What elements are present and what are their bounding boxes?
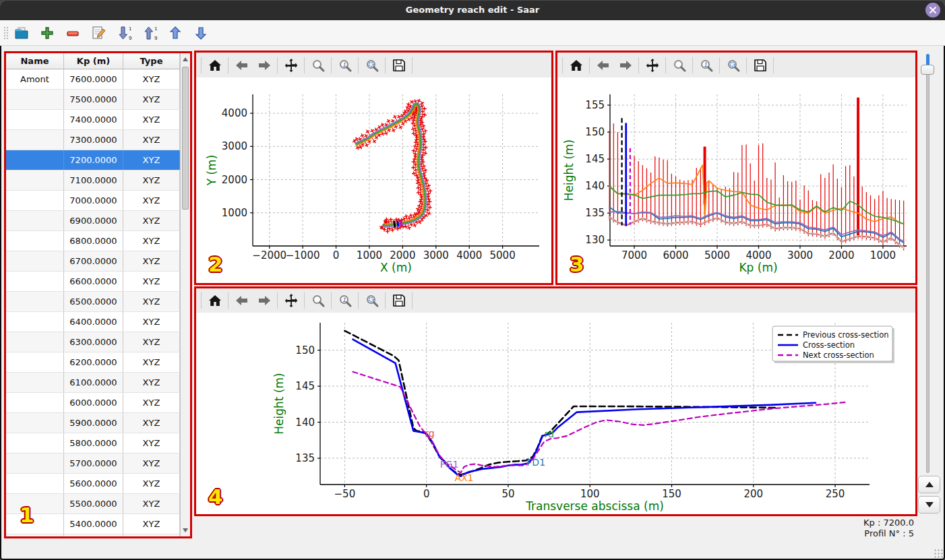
table-row[interactable]: 7400.0000XYZ (6, 110, 180, 130)
scroll-up-button[interactable] (181, 54, 190, 65)
cell-type: XYZ (123, 110, 180, 129)
table-row[interactable]: 6200.0000XYZ (6, 352, 180, 373)
pan-button[interactable] (641, 55, 663, 75)
forward-button[interactable] (614, 55, 636, 75)
cross-section-plot[interactable]: −50050100150200250135140145150Transverse… (196, 313, 915, 514)
next-profile-button[interactable] (918, 496, 940, 514)
toolbar-separator (304, 57, 305, 73)
cell-name (6, 110, 64, 129)
home-button[interactable] (204, 55, 226, 75)
table-row[interactable]: 6900.0000XYZ (6, 211, 180, 231)
pan-button[interactable] (280, 290, 302, 311)
pan-button[interactable] (280, 55, 302, 75)
table-row[interactable]: 5600.0000XYZ (6, 474, 180, 494)
zoom-area-button[interactable] (361, 55, 383, 75)
table-row[interactable]: 6400.0000XYZ (6, 312, 180, 332)
previous-profile-button[interactable] (918, 476, 940, 493)
back-button[interactable] (231, 290, 253, 311)
zoom-button[interactable] (307, 55, 329, 75)
zoom-one-button[interactable]: 1 (334, 55, 356, 75)
zoom-one-button[interactable]: 1 (334, 290, 356, 311)
table-scrollbar[interactable] (180, 53, 190, 536)
table-row[interactable]: 6100.0000XYZ (6, 373, 180, 393)
add-button[interactable] (38, 24, 57, 42)
home-button[interactable] (204, 290, 226, 311)
forward-button[interactable] (253, 55, 275, 75)
table-row[interactable]: 6000.0000XYZ (6, 393, 180, 413)
cell-name (6, 332, 64, 352)
cell-kp: 7200.0000 (64, 150, 123, 170)
profile-slider-handle[interactable] (921, 65, 934, 75)
table-row[interactable]: 5300.0000XYZ (6, 534, 180, 536)
sort-ascending-button[interactable]: 19 (140, 24, 159, 42)
cell-name (6, 231, 64, 251)
home-icon (207, 292, 223, 309)
table-row[interactable]: 7100.0000XYZ (6, 170, 180, 191)
cell-name (6, 514, 64, 534)
table-row[interactable]: 6500.0000XYZ (6, 292, 180, 312)
table-row[interactable]: 5800.0000XYZ (6, 433, 180, 454)
home-button[interactable] (565, 55, 587, 75)
svg-text:135: 135 (295, 452, 315, 464)
toolbar-separator (358, 57, 359, 73)
sort-descending-button[interactable]: 19 (115, 24, 133, 42)
move-down-button[interactable] (191, 24, 210, 42)
scrollbar-thumb[interactable] (182, 67, 189, 210)
close-icon (929, 6, 937, 14)
save-button[interactable] (388, 55, 410, 75)
back-button[interactable] (231, 55, 253, 75)
profile-slider-track[interactable] (926, 54, 929, 473)
svg-text:1: 1 (703, 61, 706, 67)
edit-button[interactable] (89, 24, 108, 42)
plan-view-panel: 1 −2000−10000100020003000400050001000200… (194, 51, 553, 285)
longitudinal-profile-plot[interactable]: 7000600050004000300020001000130135140145… (557, 77, 915, 283)
table-row[interactable]: 7500.0000XYZ (6, 90, 180, 110)
plot-nav-toolbar: 1 (196, 53, 551, 77)
forward-button[interactable] (253, 290, 275, 311)
back-icon (595, 57, 611, 73)
zoom-area-button[interactable] (361, 290, 383, 311)
table-row[interactable]: 6300.0000XYZ (6, 332, 180, 352)
remove-button[interactable] (63, 24, 82, 42)
table-row[interactable]: 6800.0000XYZ (6, 231, 180, 251)
svg-text:4000: 4000 (456, 249, 482, 261)
move-up-button[interactable] (166, 24, 185, 42)
zoom-area-button[interactable] (722, 55, 744, 75)
table-row[interactable]: Amont7600.0000XYZ (6, 69, 180, 90)
table-row[interactable]: 7000.0000XYZ (6, 191, 180, 211)
table-row-selected[interactable]: 7200.0000XYZ (6, 150, 180, 170)
table-row[interactable]: 5900.0000XYZ (6, 413, 180, 433)
plan-view-plot[interactable]: −2000−1000010002000300040005000100020003… (196, 77, 551, 283)
save-button[interactable] (388, 290, 410, 311)
svg-text:9: 9 (129, 36, 131, 41)
close-button[interactable] (925, 3, 940, 18)
cell-type: XYZ (123, 454, 180, 473)
zoom-icon (310, 57, 326, 73)
svg-text:145: 145 (295, 380, 315, 392)
svg-text:9: 9 (154, 36, 157, 41)
cell-name (6, 130, 64, 150)
open-button[interactable] (12, 24, 31, 42)
toolbar-grip[interactable] (3, 26, 9, 40)
table-row[interactable]: 7300.0000XYZ (6, 130, 180, 150)
svg-text:1: 1 (342, 297, 345, 303)
resize-grip[interactable] (934, 549, 943, 558)
back-button[interactable] (592, 55, 614, 75)
table-row[interactable]: 5700.0000XYZ (6, 454, 180, 474)
table-row[interactable]: 6600.0000XYZ (6, 272, 180, 292)
table-row[interactable]: 6700.0000XYZ (6, 251, 180, 272)
toolbar-separator (692, 57, 693, 73)
remove-icon (65, 25, 81, 41)
column-header-name: Name (6, 53, 64, 69)
zoom-button[interactable] (307, 290, 329, 311)
save-button[interactable] (749, 55, 771, 75)
cell-type: XYZ (123, 130, 180, 150)
svg-text:1: 1 (154, 26, 157, 32)
zoom-button[interactable] (668, 55, 690, 75)
title-bar: Geometry reach edit - Saar (0, 0, 945, 20)
toolbar-separator (665, 57, 666, 73)
toolbar-separator (385, 57, 386, 73)
zoom-one-button[interactable]: 1 (695, 55, 717, 75)
scroll-down-button[interactable] (181, 525, 190, 536)
cell-name (6, 292, 64, 311)
